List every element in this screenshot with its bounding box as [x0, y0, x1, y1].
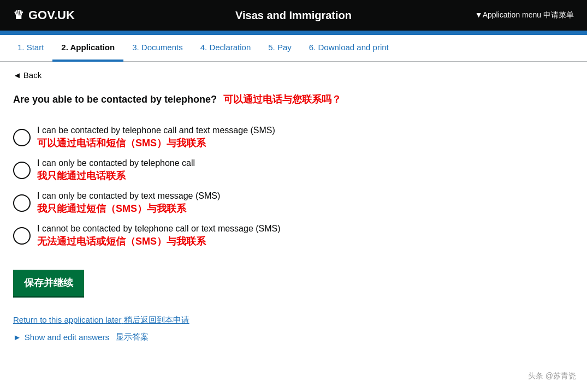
option-3-text: I can only be contacted by text message … [37, 191, 220, 215]
question-text-zh: 可以通过电话与您联系吗？ [223, 93, 341, 106]
save-continue-button[interactable]: 保存并继续 [13, 270, 84, 298]
step-start[interactable]: 1. Start [9, 35, 52, 62]
step-application[interactable]: 2. Application [52, 35, 123, 62]
option-2-label-zh: 我只能通过电话联系 [37, 169, 195, 182]
return-later-link[interactable]: Return to this application later 稍后返回到本申… [13, 315, 478, 325]
return-later-zh: 稍后返回到本申请 [124, 315, 189, 324]
show-answers-arrow-icon: ► [13, 332, 21, 342]
return-later-en: Return to this application later [13, 315, 121, 324]
show-answers-en: Show and edit answers [25, 332, 109, 342]
gov-logo: ♛ GOV.UK [13, 8, 75, 22]
blue-accent-bar [0, 31, 587, 35]
back-link[interactable]: ◄ Back [13, 70, 41, 80]
show-answers-zh: 显示答案 [116, 332, 149, 342]
crown-icon: ♛ [13, 8, 24, 22]
option-4-label-zh: 无法通过电话或短信（SMS）与我联系 [37, 235, 281, 248]
radio-option-3: I can only be contacted by text message … [13, 187, 478, 219]
radio-option-1: I can be contacted by telephone call and… [13, 121, 478, 154]
radio-option-4: I cannot be contacted by telephone call … [13, 219, 478, 252]
question-text-en: Are you able to be contacted by telephon… [13, 94, 217, 105]
option-4-text: I cannot be contacted by telephone call … [37, 224, 281, 248]
back-arrow-icon: ◄ [13, 70, 21, 80]
option-1-label-en: I can be contacted by telephone call and… [37, 126, 275, 135]
radio-input-1[interactable] [13, 129, 31, 146]
application-menu[interactable]: ▼Application menu 申请菜单 [475, 10, 574, 20]
radio-input-4[interactable] [13, 227, 31, 245]
steps-navigation: 1. Start 2. Application 3. Documents 4. … [0, 35, 587, 62]
gov-logo-text: GOV.UK [28, 8, 75, 22]
radio-option-2: I can only be contacted by telephone cal… [13, 154, 478, 187]
bottom-links: Return to this application later 稍后返回到本申… [13, 315, 478, 342]
radio-input-3[interactable] [13, 194, 31, 212]
show-answers-link[interactable]: ► Show and edit answers 显示答案 [13, 332, 478, 342]
option-2-label-en: I can only be contacted by telephone cal… [37, 158, 195, 168]
main-content: ◄ Back Are you able to be contacted by t… [0, 62, 491, 364]
option-3-label-zh: 我只能通过短信（SMS）与我联系 [37, 202, 220, 215]
contact-options-group: I can be contacted by telephone call and… [13, 121, 478, 252]
radio-input-2[interactable] [13, 162, 31, 179]
step-download[interactable]: 6. Download and print [300, 35, 398, 62]
back-label: Back [23, 70, 41, 80]
option-4-label-en: I cannot be contacted by telephone call … [37, 224, 281, 234]
step-declaration[interactable]: 4. Declaration [192, 35, 260, 62]
option-2-text: I can only be contacted by telephone cal… [37, 158, 195, 182]
option-3-label-en: I can only be contacted by text message … [37, 191, 220, 201]
option-1-text: I can be contacted by telephone call and… [37, 126, 275, 150]
question-heading: Are you able to be contacted by telephon… [13, 93, 478, 106]
option-1-label-zh: 可以通过电话和短信（SMS）与我联系 [37, 136, 275, 150]
site-title: Visas and Immigration [235, 9, 352, 22]
step-documents[interactable]: 3. Documents [123, 35, 192, 62]
step-pay[interactable]: 5. Pay [259, 35, 300, 62]
site-header: ♛ GOV.UK Visas and Immigration ▼Applicat… [0, 0, 587, 31]
